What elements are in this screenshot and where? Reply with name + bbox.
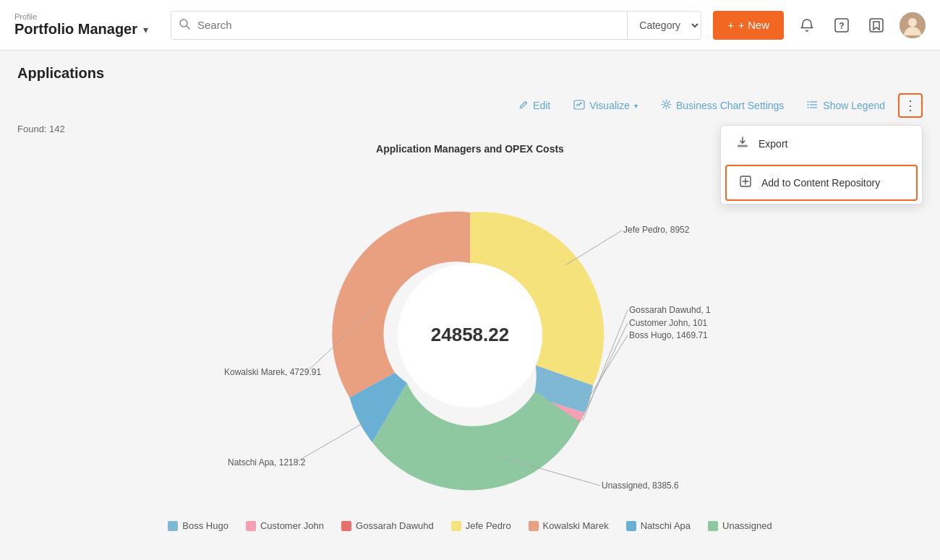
new-button[interactable]: + + New — [713, 11, 784, 40]
svg-line-20 — [565, 231, 622, 265]
edit-icon — [518, 100, 529, 112]
legend-color-customer-john — [246, 521, 256, 531]
dropdown-menu: Export Add to Content Repository — [720, 125, 923, 204]
legend-color-jefe-pedro — [451, 521, 461, 531]
label-unassigned: Unassigned, 8385.6 — [602, 481, 679, 491]
legend-color-natschi — [626, 521, 636, 531]
export-label: Export — [759, 138, 787, 150]
add-to-repo-button[interactable]: Add to Content Repository — [725, 165, 918, 201]
label-natschi: Natschi Apa, 1218.2 — [228, 457, 306, 468]
svg-line-25 — [296, 422, 365, 462]
search-icon — [171, 18, 197, 33]
chart-wrapper: 24858.22 Jefe Pedro, 8952 Gossarah Dawuh… — [181, 162, 759, 512]
visualize-button[interactable]: Visualize ▾ — [563, 95, 648, 116]
label-jefe-pedro: Jefe Pedro, 8952 — [623, 225, 690, 235]
chart-settings-button[interactable]: Business Chart Settings — [651, 95, 794, 116]
legend-item-gossarah: Gossarah Dawuhd — [341, 520, 434, 531]
legend-item-customer-john: Customer John — [246, 520, 324, 531]
svg-point-6 — [908, 18, 917, 27]
plus-icon: + — [727, 19, 734, 31]
visualize-icon — [573, 100, 585, 112]
svg-line-1 — [187, 26, 189, 29]
show-legend-button[interactable]: Show Legend — [797, 95, 895, 116]
new-button-label: + New — [738, 19, 769, 31]
svg-point-14 — [808, 107, 809, 108]
chart-settings-label: Business Chart Settings — [676, 100, 784, 111]
legend-color-unassigned — [708, 521, 718, 531]
svg-rect-4 — [870, 19, 883, 32]
svg-point-13 — [808, 104, 809, 105]
edit-button[interactable]: Edit — [508, 95, 560, 116]
svg-point-8 — [665, 103, 668, 106]
legend-label-kowalski: Kowalski Marek — [543, 520, 609, 531]
list-icon — [807, 100, 819, 112]
chart-center-value: 24858.22 — [431, 324, 509, 345]
user-avatar[interactable] — [900, 12, 926, 38]
label-gossarah: Gossarah Dawuhd, 1 — [629, 305, 711, 315]
legend-label-unassigned: Unassigned — [722, 520, 772, 531]
export-icon — [735, 136, 750, 152]
svg-text:?: ? — [839, 21, 844, 31]
three-dots-icon: ⋮ — [904, 98, 917, 113]
label-customer-john: Customer John, 101 — [629, 318, 707, 328]
gear-icon — [661, 99, 672, 112]
legend-label-jefe-pedro: Jefe Pedro — [466, 520, 511, 531]
label-boss-hugo: Boss Hugo, 1469.71 — [629, 330, 708, 340]
add-to-repo-icon — [738, 175, 753, 191]
legend-item-boss-hugo: Boss Hugo — [168, 520, 228, 531]
legend-item-jefe-pedro: Jefe Pedro — [451, 520, 511, 531]
svg-point-12 — [808, 101, 809, 103]
search-input[interactable] — [197, 19, 627, 31]
visualize-label: Visualize — [589, 100, 630, 111]
category-select[interactable]: Category — [627, 12, 701, 39]
label-kowalski: Kowalski Marek, 4729.91 — [224, 367, 321, 377]
legend-label-boss-hugo: Boss Hugo — [182, 520, 228, 531]
legend-label-gossarah: Gossarah Dawuhd — [356, 520, 434, 531]
donut-chart: 24858.22 Jefe Pedro, 8952 Gossarah Dawuh… — [181, 162, 759, 509]
app-title: Portfolio Manager — [14, 21, 137, 38]
app-header: Profile Portfolio Manager ▾ Category + +… — [0, 0, 940, 51]
main-content: Applications Edit Visualize ▾ — [0, 51, 940, 546]
search-bar: Category — [171, 11, 701, 40]
legend-color-kowalski — [529, 521, 539, 531]
toolbar: Edit Visualize ▾ Business Chart Settings — [17, 93, 923, 118]
page-title: Applications — [17, 65, 923, 82]
chart-legend: Boss Hugo Customer John Gossarah Dawuhd … — [17, 520, 923, 531]
title-chevron-icon[interactable]: ▾ — [143, 24, 148, 35]
help-icon[interactable]: ? — [830, 14, 853, 37]
visualize-chevron-icon: ▾ — [634, 102, 638, 110]
logo-area: Profile Portfolio Manager ▾ — [14, 12, 159, 38]
show-legend-label: Show Legend — [823, 100, 885, 111]
legend-item-natschi: Natschi Apa — [626, 520, 691, 531]
bookmark-icon[interactable] — [865, 14, 888, 37]
profile-label: Profile — [14, 12, 159, 21]
legend-label-natschi: Natschi Apa — [641, 520, 691, 531]
header-icons: ? — [795, 12, 926, 38]
legend-color-gossarah — [341, 521, 351, 531]
legend-label-customer-john: Customer John — [260, 520, 324, 531]
add-to-repo-label: Add to Content Repository — [761, 177, 880, 189]
legend-color-boss-hugo — [168, 521, 178, 531]
export-button[interactable]: Export — [721, 126, 922, 162]
notification-icon[interactable] — [795, 14, 819, 37]
legend-item-unassigned: Unassigned — [708, 520, 772, 531]
edit-label: Edit — [533, 100, 550, 111]
legend-item-kowalski: Kowalski Marek — [529, 520, 609, 531]
more-options-button[interactable]: ⋮ — [898, 93, 923, 118]
